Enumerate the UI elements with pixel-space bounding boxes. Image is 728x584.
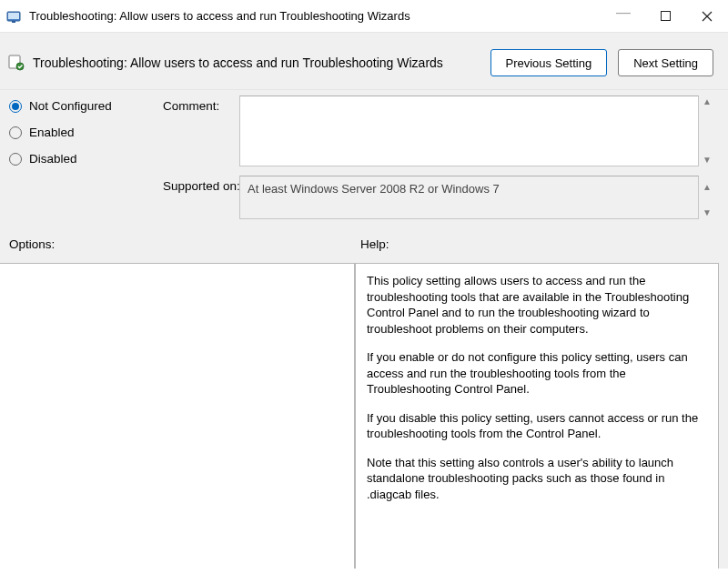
policy-icon <box>7 54 25 72</box>
svg-rect-2 <box>12 21 15 23</box>
help-paragraph: This policy setting allows users to acce… <box>367 273 707 337</box>
close-button[interactable] <box>686 0 728 32</box>
scroll-up-icon: ▲ <box>703 97 719 106</box>
app-icon <box>5 8 22 25</box>
scroll-down-icon: ▼ <box>703 208 719 217</box>
policy-header: Troubleshooting: Allow users to access a… <box>0 33 728 90</box>
supported-on-label: Supported on: <box>163 170 236 219</box>
radio-label: Not Configured <box>29 99 112 113</box>
comment-scrollbar[interactable]: ▲ ▼ <box>703 96 719 166</box>
svg-point-5 <box>16 63 24 70</box>
supported-scrollbar[interactable]: ▲ ▼ <box>703 176 719 219</box>
next-setting-button[interactable]: Next Setting <box>618 49 713 76</box>
scroll-down-icon: ▼ <box>703 156 719 165</box>
maximize-button[interactable] <box>644 0 686 32</box>
radio-label: Disabled <box>29 152 77 166</box>
svg-rect-1 <box>8 13 19 19</box>
radio-not-configured[interactable]: Not Configured <box>9 99 159 113</box>
window-controls: — <box>602 0 728 32</box>
supported-on-value: At least Windows Server 2008 R2 or Windo… <box>239 176 699 219</box>
radio-label: Enabled <box>29 126 75 139</box>
policy-title: Troubleshooting: Allow users to access a… <box>33 55 480 70</box>
state-radio-group: Not Configured Enabled Disabled <box>9 96 159 166</box>
radio-disabled[interactable]: Disabled <box>9 152 159 166</box>
options-label: Options: <box>0 237 355 263</box>
radio-enabled[interactable]: Enabled <box>9 126 159 139</box>
scroll-up-icon: ▲ <box>703 183 719 192</box>
comment-label: Comment: <box>163 96 236 113</box>
help-paragraph: If you enable or do not configure this p… <box>367 349 707 398</box>
radio-icon <box>9 100 22 113</box>
comment-input[interactable] <box>239 96 699 166</box>
help-label: Help: <box>355 237 719 263</box>
window-title: Troubleshooting: Allow users to access a… <box>29 9 602 23</box>
radio-icon <box>9 153 22 166</box>
help-panel: This policy setting allows users to acce… <box>355 263 719 569</box>
lower-section: Options: Help: This policy setting allow… <box>0 230 728 569</box>
titlebar: Troubleshooting: Allow users to access a… <box>0 0 728 33</box>
minimize-button[interactable]: — <box>602 0 644 32</box>
options-panel <box>0 263 355 569</box>
help-paragraph: If you disable this policy setting, user… <box>367 410 707 442</box>
previous-setting-button[interactable]: Previous Setting <box>490 49 608 76</box>
svg-rect-3 <box>661 12 670 21</box>
configuration-grid: Not Configured Enabled Disabled Comment:… <box>0 90 728 230</box>
help-paragraph: Note that this setting also controls a u… <box>367 455 707 503</box>
radio-icon <box>9 126 22 139</box>
